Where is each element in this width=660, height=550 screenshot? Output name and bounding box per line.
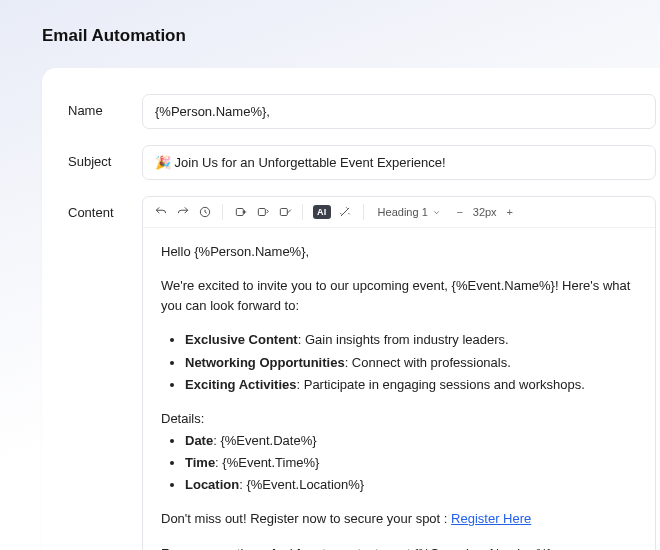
redo-icon[interactable] (175, 205, 190, 220)
svg-rect-2 (258, 209, 265, 216)
separator (363, 204, 364, 220)
heading-select[interactable]: Heading 1 (374, 204, 445, 220)
separator (302, 204, 303, 220)
page-title: Email Automation (42, 26, 660, 46)
editor: AI Heading 1 − 32px + Hello {%P (142, 196, 656, 550)
content-row: Content AI (68, 196, 656, 550)
name-input[interactable] (142, 94, 656, 129)
list-item: Exclusive Content: Gain insights from in… (185, 330, 637, 350)
list-item: Date: {%Event.Date%} (185, 431, 637, 451)
chevron-down-icon (432, 208, 441, 217)
list-item: Exciting Activities: Participate in enga… (185, 375, 637, 395)
token-remove-icon[interactable] (277, 205, 292, 220)
list-item: Networking Opportunities: Connect with p… (185, 353, 637, 373)
subject-row: Subject (68, 145, 656, 180)
details-list: Date: {%Event.Date%} Time: {%Event.Time%… (185, 431, 637, 495)
token-insert-icon[interactable] (233, 205, 248, 220)
intro-text: We're excited to invite you to our upcom… (161, 276, 637, 316)
magic-wand-icon[interactable] (338, 205, 353, 220)
undo-icon[interactable] (153, 205, 168, 220)
register-link[interactable]: Register Here (451, 511, 531, 526)
font-size-decrease[interactable]: − (453, 205, 467, 219)
highlights-list: Exclusive Content: Gain insights from in… (185, 330, 637, 394)
editor-toolbar: AI Heading 1 − 32px + (143, 197, 655, 228)
editor-body[interactable]: Hello {%Person.Name%}, We're excited to … (143, 228, 655, 550)
font-size-value: 32px (473, 206, 497, 218)
footer-text: For any questions, feel free to contact … (161, 544, 637, 550)
list-item: Time: {%Event.Time%} (185, 453, 637, 473)
heading-select-label: Heading 1 (378, 206, 428, 218)
font-size-control: − 32px + (453, 205, 517, 219)
history-icon[interactable] (197, 205, 212, 220)
content-label: Content (68, 196, 142, 220)
greeting-text: Hello {%Person.Name%}, (161, 242, 637, 262)
email-card: Name Subject Content (42, 68, 660, 550)
subject-input[interactable] (142, 145, 656, 180)
details-heading: Details: (161, 409, 637, 429)
name-label: Name (68, 94, 142, 118)
svg-rect-3 (280, 209, 287, 216)
svg-rect-1 (236, 209, 243, 216)
separator (222, 204, 223, 220)
name-row: Name (68, 94, 656, 129)
font-size-increase[interactable]: + (503, 205, 517, 219)
list-item: Location: {%Event.Location%} (185, 475, 637, 495)
ai-badge[interactable]: AI (313, 205, 331, 219)
cta-text: Don't miss out! Register now to secure y… (161, 509, 637, 529)
token-edit-icon[interactable] (255, 205, 270, 220)
subject-label: Subject (68, 145, 142, 169)
